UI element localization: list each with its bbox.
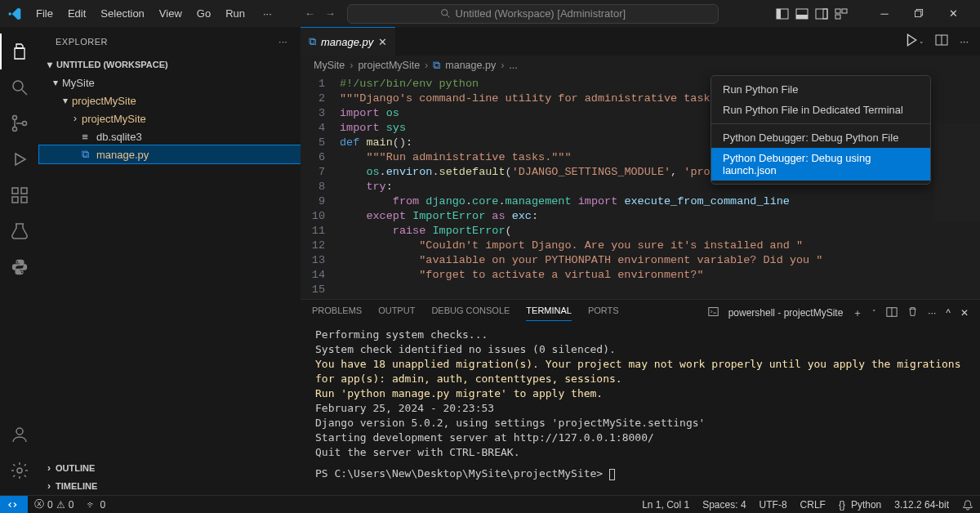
run-menu-item[interactable]: Run Python File xyxy=(711,79,930,100)
tab-manage-py[interactable]: ⧉ manage.py ✕ xyxy=(301,27,395,56)
run-menu-item[interactable]: Run Python File in Dedicated Terminal xyxy=(711,100,930,120)
menu-overflow-icon[interactable]: ··· xyxy=(256,4,278,23)
tab-label: manage.py xyxy=(321,36,373,48)
terminal-split-icon[interactable] xyxy=(886,306,898,320)
panel-close-icon[interactable]: ✕ xyxy=(960,307,969,319)
status-problems[interactable]: ⓧ0 ⚠0 xyxy=(28,497,80,511)
menu-bar: File Edit Selection View Go Run xyxy=(29,4,252,23)
nav-forward-icon[interactable]: → xyxy=(325,7,336,20)
split-editor-icon[interactable] xyxy=(935,33,948,49)
layout-right-icon[interactable] xyxy=(815,7,828,20)
svg-rect-21 xyxy=(21,188,27,194)
explorer-sidebar: EXPLORER ··· ▾ UNTITLED (WORKSPACE) ▾MyS… xyxy=(39,27,301,495)
workspace-title-row[interactable]: ▾ UNTITLED (WORKSPACE) xyxy=(39,56,301,74)
status-notifications-icon[interactable] xyxy=(956,499,980,511)
layout-left-icon[interactable] xyxy=(776,7,789,20)
svg-line-14 xyxy=(22,90,27,95)
status-indent[interactable]: Spaces: 4 xyxy=(696,499,752,511)
run-menu-item[interactable]: Python Debugger: Debug Python File xyxy=(711,127,930,148)
chevron-down-icon: ▾ xyxy=(43,59,56,70)
panel-tab[interactable]: DEBUG CONSOLE xyxy=(431,306,510,320)
menu-go[interactable]: Go xyxy=(190,4,217,23)
explorer-title: EXPLORER xyxy=(56,37,108,47)
activity-accounts[interactable] xyxy=(0,417,39,453)
layout-customize-icon[interactable] xyxy=(835,7,848,20)
menu-run[interactable]: Run xyxy=(219,4,252,23)
window-close-icon[interactable]: ✕ xyxy=(936,2,970,26)
editor-tabs: ⧉ manage.py ✕ ˅ ··· xyxy=(301,27,980,56)
svg-rect-7 xyxy=(823,9,827,19)
vscode-logo-icon xyxy=(7,6,23,22)
activity-search[interactable] xyxy=(0,69,39,105)
tree-item[interactable]: ⧉manage.py xyxy=(39,145,301,163)
terminal-kill-icon[interactable] xyxy=(907,306,918,319)
status-language[interactable]: {}Python xyxy=(832,499,888,511)
status-ports[interactable]: ᯤ0 xyxy=(80,499,112,511)
editor-more-icon[interactable]: ··· xyxy=(960,35,969,47)
activity-settings[interactable] xyxy=(0,453,39,488)
svg-point-13 xyxy=(13,81,23,91)
terminal-profile-icon xyxy=(708,306,719,319)
status-interpreter[interactable]: 3.12.2 64-bit xyxy=(888,499,956,511)
activity-run-debug[interactable] xyxy=(0,141,39,177)
window-minimize-icon[interactable]: ─ xyxy=(867,2,902,26)
minimap[interactable] xyxy=(935,124,980,222)
panel-more-icon[interactable]: ··· xyxy=(928,307,936,319)
warning-icon: ⚠ xyxy=(56,499,65,511)
panel-tab[interactable]: TERMINAL xyxy=(526,306,572,321)
svg-rect-9 xyxy=(842,9,847,13)
tab-close-icon[interactable]: ✕ xyxy=(378,36,387,48)
activity-explorer[interactable] xyxy=(0,33,39,69)
command-center-label: Untitled (Workspace) [Administrator] xyxy=(456,7,626,20)
terminal-new-icon[interactable]: ＋ xyxy=(853,306,862,320)
svg-point-0 xyxy=(441,10,447,16)
run-button-icon[interactable]: ˅ xyxy=(904,33,924,50)
svg-point-23 xyxy=(16,428,23,435)
terminal-profile-label[interactable]: powershell - projectMySite xyxy=(728,307,844,319)
explorer-more-icon[interactable]: ··· xyxy=(278,37,287,47)
menu-view[interactable]: View xyxy=(153,4,189,23)
activity-bar xyxy=(0,27,39,495)
menu-edit[interactable]: Edit xyxy=(61,4,92,23)
menu-selection[interactable]: Selection xyxy=(94,4,150,23)
nav-back-icon[interactable]: ← xyxy=(305,7,315,20)
outline-section[interactable]: ›OUTLINE xyxy=(39,459,301,477)
svg-rect-27 xyxy=(708,308,717,316)
activity-testing[interactable] xyxy=(0,213,39,249)
panel-tab[interactable]: PROBLEMS xyxy=(312,306,362,320)
terminal-output[interactable]: Performing system checks...System check … xyxy=(301,326,980,495)
panel-tab[interactable]: PORTS xyxy=(588,306,619,320)
bottom-panel: PROBLEMSOUTPUTDEBUG CONSOLETERMINALPORTS… xyxy=(301,299,980,495)
panel-maximize-icon[interactable]: ^ xyxy=(946,307,951,319)
status-encoding[interactable]: UTF-8 xyxy=(753,499,794,511)
tree-item[interactable]: ▾MySite xyxy=(39,74,301,91)
tree-item[interactable]: ≡db.sqlite3 xyxy=(39,127,301,145)
tree-item[interactable]: ▾projectMySite xyxy=(39,91,301,109)
python-file-icon: ⧉ xyxy=(309,35,316,48)
layout-bottom-icon[interactable] xyxy=(795,7,808,20)
activity-extensions[interactable] xyxy=(0,177,39,213)
svg-rect-19 xyxy=(12,197,18,203)
status-cursor[interactable]: Ln 1, Col 1 xyxy=(635,499,696,511)
svg-rect-18 xyxy=(12,188,18,194)
title-bar: File Edit Selection View Go Run ··· ← → … xyxy=(0,0,980,27)
svg-point-24 xyxy=(17,468,22,473)
error-icon: ⓧ xyxy=(34,497,44,511)
command-center[interactable]: Untitled (Workspace) [Administrator] xyxy=(347,4,719,24)
remote-indicator[interactable] xyxy=(0,496,28,514)
breadcrumb[interactable]: MySite› projectMySite› ⧉manage.py› ... xyxy=(301,56,980,75)
menu-file[interactable]: File xyxy=(29,4,60,23)
terminal-dropdown-icon[interactable]: ˅ xyxy=(872,309,876,317)
panel-tab[interactable]: OUTPUT xyxy=(378,306,415,320)
run-menu-item[interactable]: Python Debugger: Debug using launch.json xyxy=(711,148,930,181)
svg-rect-20 xyxy=(21,197,27,203)
activity-source-control[interactable] xyxy=(0,105,39,141)
status-eol[interactable]: CRLF xyxy=(794,499,832,511)
timeline-section[interactable]: ›TIMELINE xyxy=(39,477,301,495)
activity-python-icon[interactable] xyxy=(0,249,39,285)
svg-rect-8 xyxy=(835,9,840,13)
svg-rect-10 xyxy=(835,15,840,19)
window-restore-icon[interactable] xyxy=(902,2,936,26)
tree-item[interactable]: ›projectMySite xyxy=(39,109,301,127)
svg-line-1 xyxy=(447,15,449,17)
